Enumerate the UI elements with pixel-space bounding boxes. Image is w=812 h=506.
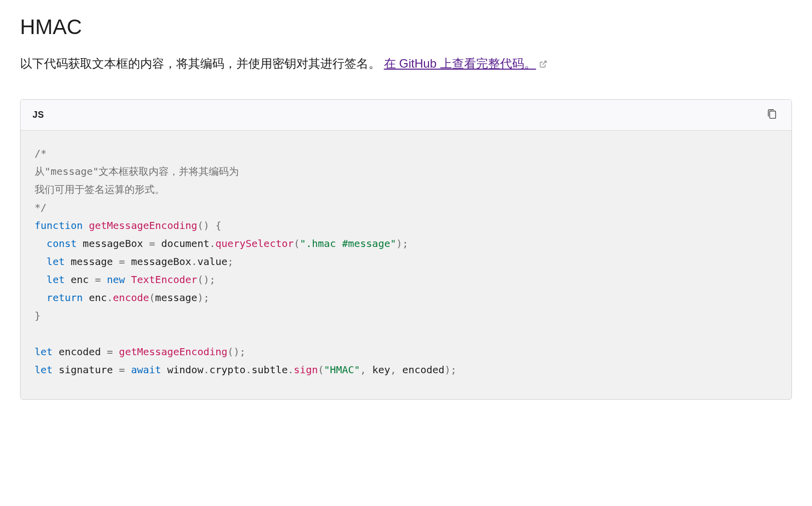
code-token: value xyxy=(197,256,227,268)
code-token xyxy=(35,274,47,286)
code-token: const xyxy=(47,237,77,249)
code-token: . xyxy=(203,364,209,376)
code-token: let xyxy=(35,364,53,376)
code-token: ); xyxy=(396,237,409,249)
code-token: , xyxy=(390,364,396,376)
code-token: (); xyxy=(197,274,215,286)
code-token: encoded xyxy=(53,346,107,358)
code-token: message xyxy=(65,256,119,268)
code-token: /* xyxy=(35,147,47,159)
code-token: function xyxy=(35,219,83,231)
code-token: messageBox xyxy=(125,256,191,268)
code-token: document xyxy=(155,237,209,249)
code-token: { xyxy=(215,219,221,231)
code-token: key xyxy=(366,364,390,376)
code-token xyxy=(113,346,119,358)
code-token: } xyxy=(35,310,41,322)
code-token: = xyxy=(119,364,125,376)
code-token: crypto xyxy=(209,364,245,376)
code-token: message xyxy=(155,292,197,304)
code-token: (); xyxy=(227,346,245,358)
code-token: = xyxy=(95,274,101,286)
code-token xyxy=(101,274,107,286)
code-token: ( xyxy=(318,364,324,376)
code-token: subtle xyxy=(252,364,288,376)
code-token xyxy=(125,274,131,286)
code-content[interactable]: /* 从"message"文本框获取内容，并将其编码为 我们可用于签名运算的形式… xyxy=(21,131,791,399)
code-token: signature xyxy=(53,364,119,376)
code-token: . xyxy=(288,364,294,376)
copy-code-button[interactable] xyxy=(764,107,779,123)
code-token: . xyxy=(245,364,251,376)
code-token: getMessageEncoding xyxy=(89,219,197,231)
code-token: window xyxy=(161,364,203,376)
code-token: enc xyxy=(83,292,107,304)
code-token: . xyxy=(191,256,197,268)
code-token xyxy=(35,237,47,249)
code-token: () xyxy=(197,219,209,231)
code-token: */ xyxy=(35,201,47,213)
code-header: JS xyxy=(21,100,791,131)
code-token: 我们可用于签名运算的形式。 xyxy=(35,183,165,195)
section-description: 以下代码获取文本框的内容，将其编码，并使用密钥对其进行签名。 在 GitHub … xyxy=(20,54,792,74)
svg-rect-1 xyxy=(769,111,775,118)
code-token: ( xyxy=(294,237,300,249)
code-token: querySelector xyxy=(215,237,294,249)
code-token: let xyxy=(35,346,53,358)
github-link[interactable]: 在 GitHub 上查看完整代码。 xyxy=(384,57,536,70)
code-token: "HMAC" xyxy=(324,364,360,376)
code-token xyxy=(125,364,131,376)
external-link-icon xyxy=(539,55,547,74)
code-token: ( xyxy=(149,292,155,304)
code-token: ".hmac #message" xyxy=(300,237,396,249)
code-token: . xyxy=(107,292,113,304)
code-token xyxy=(209,219,215,231)
code-token: messageBox xyxy=(77,237,149,249)
code-token: ; xyxy=(227,256,233,268)
code-token: sign xyxy=(294,364,318,376)
code-token: 从"message"文本框获取内容，并将其编码为 xyxy=(35,165,239,177)
code-token: await xyxy=(131,364,161,376)
code-token: encode xyxy=(113,292,149,304)
code-token: . xyxy=(209,237,215,249)
clipboard-icon xyxy=(766,109,777,121)
code-token: , xyxy=(360,364,366,376)
svg-line-0 xyxy=(542,61,546,65)
code-token: new xyxy=(107,274,125,286)
code-block: JS /* 从"message"文本框获取内容，并将其编码为 我们可用于签名运算… xyxy=(20,99,792,400)
code-token: = xyxy=(107,346,113,358)
code-token: getMessageEncoding xyxy=(119,346,228,358)
code-token: let xyxy=(47,256,65,268)
code-token xyxy=(83,219,89,231)
code-token: let xyxy=(47,274,65,286)
code-token: = xyxy=(119,256,125,268)
code-token: ); xyxy=(445,364,457,376)
section-heading: HMAC xyxy=(20,15,792,39)
code-token: enc xyxy=(65,274,95,286)
code-token xyxy=(35,292,47,304)
description-text: 以下代码获取文本框的内容，将其编码，并使用密钥对其进行签名。 xyxy=(20,57,380,70)
code-token: ); xyxy=(197,292,209,304)
code-token: TextEncoder xyxy=(131,274,197,286)
code-token: return xyxy=(47,292,83,304)
code-token: encoded xyxy=(396,364,445,376)
code-language-label: JS xyxy=(33,110,44,120)
code-token xyxy=(35,256,47,268)
code-token: = xyxy=(149,237,155,249)
